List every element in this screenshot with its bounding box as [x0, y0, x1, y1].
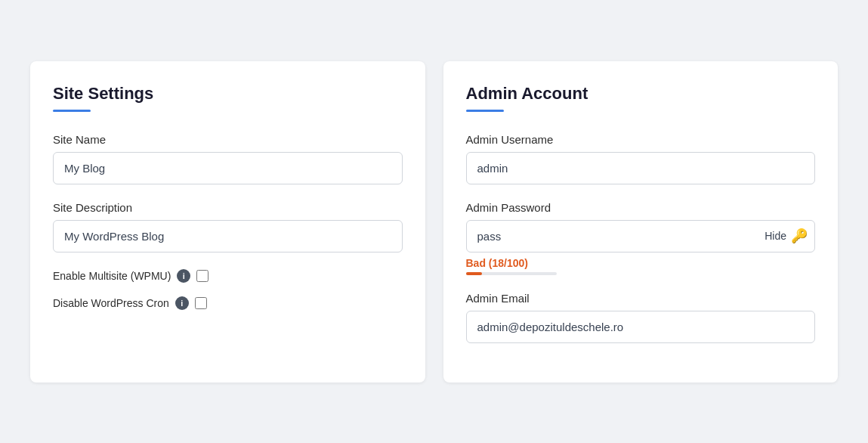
site-description-label: Site Description	[53, 201, 403, 214]
site-description-input[interactable]	[53, 220, 403, 252]
disable-cron-label: Disable WordPress Cron	[53, 297, 169, 309]
admin-email-input[interactable]	[466, 311, 816, 343]
admin-username-label: Admin Username	[466, 133, 816, 146]
site-name-input[interactable]	[53, 152, 403, 184]
enable-multisite-row: Enable Multisite (WPMU) i	[53, 269, 403, 283]
hide-password-button[interactable]: Hide	[765, 230, 786, 242]
enable-multisite-info-icon[interactable]: i	[177, 269, 190, 283]
site-name-group: Site Name	[53, 133, 403, 184]
admin-password-input[interactable]	[466, 220, 816, 252]
admin-email-label: Admin Email	[466, 292, 816, 305]
disable-cron-info-icon[interactable]: i	[175, 296, 189, 310]
disable-cron-checkbox[interactable]	[195, 297, 207, 309]
admin-account-title: Admin Account	[466, 84, 816, 104]
admin-username-input[interactable]	[466, 152, 816, 184]
key-icon: 🔑	[791, 228, 808, 244]
admin-password-group: Admin Password Hide 🔑 Bad (18/100)	[466, 201, 816, 275]
strength-bar-fill	[466, 272, 483, 275]
site-settings-card: Site Settings Site Name Site Description…	[30, 61, 425, 383]
site-settings-underline	[53, 110, 91, 112]
site-settings-title: Site Settings	[53, 84, 403, 104]
admin-username-group: Admin Username	[466, 133, 816, 184]
enable-multisite-label: Enable Multisite (WPMU)	[53, 270, 171, 282]
password-wrapper: Hide 🔑	[466, 220, 816, 252]
admin-account-card: Admin Account Admin Username Admin Passw…	[443, 61, 839, 383]
admin-account-underline	[466, 110, 504, 112]
enable-multisite-checkbox[interactable]	[196, 270, 209, 282]
admin-password-label: Admin Password	[466, 201, 816, 214]
disable-cron-row: Disable WordPress Cron i	[53, 296, 403, 310]
site-name-label: Site Name	[53, 133, 403, 146]
password-actions: Hide 🔑	[765, 228, 808, 244]
password-strength: Bad (18/100)	[466, 257, 816, 275]
strength-bar-bg	[466, 272, 557, 275]
admin-email-group: Admin Email	[466, 292, 816, 343]
strength-text: Bad (18/100)	[466, 257, 816, 269]
site-description-group: Site Description	[53, 201, 403, 252]
